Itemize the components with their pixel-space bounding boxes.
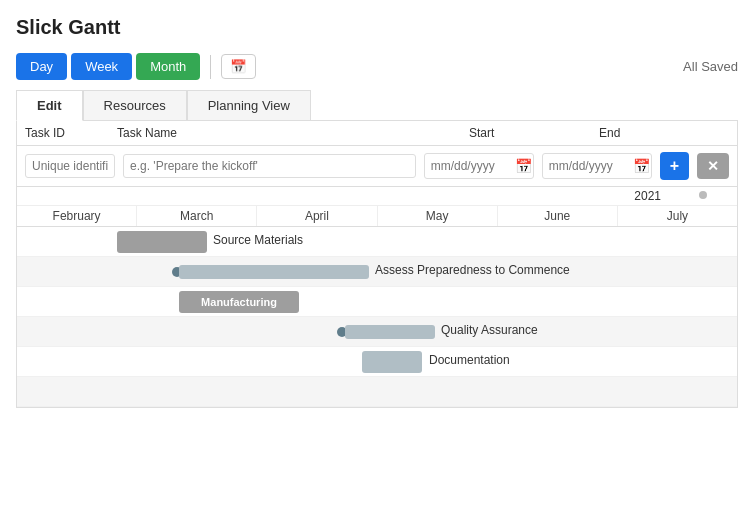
month-button[interactable]: Month: [136, 53, 200, 80]
tab-planning[interactable]: Planning View: [187, 90, 311, 120]
task-input-row: 📅 📅 + ✕: [16, 146, 738, 187]
gantt-row-2: Assess Preparedness to Commence: [17, 257, 737, 287]
remove-task-button[interactable]: ✕: [697, 153, 729, 179]
end-calendar-icon[interactable]: 📅: [633, 158, 650, 174]
bar-label-doc: Documentation: [429, 353, 510, 367]
taskname-input[interactable]: [123, 154, 416, 178]
gantt-row-4: Quality Assurance: [17, 317, 737, 347]
tabs-bar: Edit Resources Planning View: [16, 90, 738, 121]
week-button[interactable]: Week: [71, 53, 132, 80]
gantt-row-empty: [17, 377, 737, 407]
toolbar-divider: [210, 55, 211, 79]
save-status: All Saved: [683, 59, 738, 74]
month-mar: March: [137, 206, 257, 226]
toolbar: Day Week Month 📅 All Saved: [16, 53, 738, 80]
bar-label-assess: Assess Preparedness to Commence: [375, 263, 570, 277]
month-feb: February: [17, 206, 137, 226]
start-date-field[interactable]: 📅: [424, 153, 534, 179]
start-date-input[interactable]: [431, 159, 511, 173]
bar-label-source: Source Materials: [213, 233, 303, 247]
gantt-row-5: Documentation: [17, 347, 737, 377]
end-date-input[interactable]: [549, 159, 629, 173]
gantt-row-1: Source Materials: [17, 227, 737, 257]
app-title: Slick Gantt: [16, 16, 738, 39]
calendar-icon: 📅: [230, 59, 247, 74]
col-header-start: Start: [469, 126, 599, 140]
end-date-field[interactable]: 📅: [542, 153, 652, 179]
tab-resources[interactable]: Resources: [83, 90, 187, 120]
gantt-chart: 2021 February March April May June July …: [16, 187, 738, 408]
scroll-indicator[interactable]: [699, 191, 707, 199]
start-calendar-icon[interactable]: 📅: [515, 158, 532, 174]
calendar-button[interactable]: 📅: [221, 54, 256, 79]
gantt-months-header: February March April May June July: [17, 206, 737, 227]
col-header-end: End: [599, 126, 729, 140]
gantt-row-3: Manufacturing: [17, 287, 737, 317]
bar-label-manufacturing: Manufacturing: [201, 296, 277, 308]
add-task-button[interactable]: +: [660, 152, 689, 180]
taskid-input[interactable]: [25, 154, 115, 178]
month-jun: June: [498, 206, 618, 226]
column-headers: Task ID Task Name Start End: [16, 121, 738, 146]
month-jul: July: [618, 206, 737, 226]
day-button[interactable]: Day: [16, 53, 67, 80]
month-apr: April: [257, 206, 377, 226]
col-header-taskid: Task ID: [25, 126, 115, 140]
gantt-year: 2021: [634, 189, 691, 203]
col-header-taskname: Task Name: [115, 126, 469, 140]
tab-edit[interactable]: Edit: [16, 90, 83, 121]
bar-label-qa: Quality Assurance: [441, 323, 538, 337]
month-may: May: [378, 206, 498, 226]
toolbar-left: Day Week Month 📅: [16, 53, 256, 80]
